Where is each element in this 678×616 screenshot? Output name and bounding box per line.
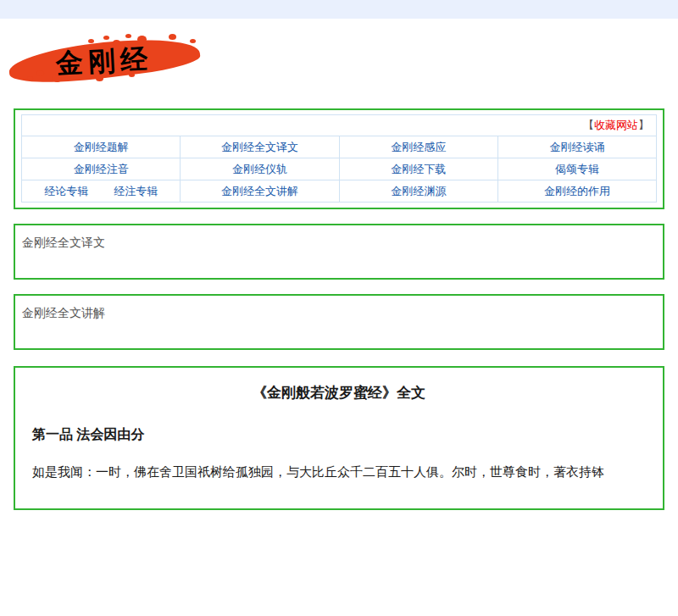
nav-link[interactable]: 金刚经渊源: [391, 185, 446, 197]
section-explanation: 金刚经全文讲解: [14, 294, 664, 350]
favorite-label: 收藏网站: [594, 119, 638, 131]
nav-cell: 金刚经渊源: [339, 180, 497, 203]
favorite-row: 【收藏网站】: [21, 114, 657, 136]
favorite-bracket-open: 【: [583, 119, 594, 131]
nav-link[interactable]: 偈颂专辑: [555, 163, 599, 175]
article-paragraph: 如是我闻：一时，佛在舍卫国祇树给孤独园，与大比丘众千二百五十人俱。尔时，世尊食时…: [32, 461, 646, 483]
favorite-bracket-close: 】: [638, 119, 649, 131]
nav-cell: 金刚经全文讲解: [181, 180, 339, 203]
nav-cell: 金刚经仪轨: [181, 158, 339, 180]
nav-table-body: 金刚经题解金刚经全文译文金刚经感应金刚经读诵金刚经注音金刚经仪轨金刚经下载偈颂专…: [22, 136, 657, 203]
nav-link[interactable]: 金刚经全文讲解: [221, 185, 298, 197]
nav-cell: 金刚经下载: [339, 158, 497, 180]
nav-cell: 金刚经的作用: [497, 180, 656, 203]
nav-cell: 金刚经读诵: [497, 136, 656, 158]
nav-cell: 金刚经感应: [339, 136, 497, 158]
site-logo[interactable]: 金刚经: [7, 32, 210, 85]
nav-link[interactable]: 金刚经注音: [74, 163, 129, 175]
nav-link[interactable]: 金刚经感应: [391, 141, 446, 153]
nav-table: 金刚经题解金刚经全文译文金刚经感应金刚经读诵金刚经注音金刚经仪轨金刚经下载偈颂专…: [21, 136, 657, 203]
nav-link[interactable]: 金刚经题解: [74, 141, 129, 153]
nav-cell: 偈颂专辑: [497, 158, 656, 180]
nav-link[interactable]: 经注专辑: [114, 185, 158, 197]
nav-cell: 金刚经题解: [22, 136, 181, 158]
article-title: 《金刚般若波罗蜜经》全文: [32, 380, 646, 408]
nav-cell: 金刚经全文译文: [181, 136, 339, 158]
nav-link[interactable]: 金刚经仪轨: [232, 163, 287, 175]
nav-cell: 金刚经注音: [22, 158, 181, 180]
nav-row: 经论专辑经注专辑金刚经全文讲解金刚经渊源金刚经的作用: [22, 180, 657, 203]
nav-link[interactable]: 经论专辑: [44, 185, 88, 197]
top-banner: [0, 0, 678, 19]
nav-link[interactable]: 金刚经下载: [391, 163, 446, 175]
nav-panel: 【收藏网站】 金刚经题解金刚经全文译文金刚经感应金刚经读诵金刚经注音金刚经仪轨金…: [14, 108, 664, 209]
nav-link[interactable]: 金刚经的作用: [544, 185, 610, 197]
section-translation: 金刚经全文译文: [14, 224, 664, 280]
nav-link[interactable]: 金刚经全文译文: [221, 141, 298, 153]
nav-cell: 经论专辑经注专辑: [22, 180, 181, 203]
favorite-link[interactable]: 【收藏网站】: [583, 119, 649, 131]
article-panel: 《金刚般若波罗蜜经》全文 第一品 法会因由分 如是我闻：一时，佛在舍卫国祇树给孤…: [14, 366, 664, 510]
logo-text: 金刚经: [55, 41, 153, 83]
brush-splatter-graphic: [88, 39, 94, 43]
nav-link[interactable]: 金刚经读诵: [549, 141, 604, 153]
section-title: 金刚经全文讲解: [15, 296, 663, 333]
section-title: 金刚经全文译文: [15, 225, 663, 263]
chapter-heading: 第一品 法会因由分: [32, 426, 646, 444]
nav-row: 金刚经注音金刚经仪轨金刚经下载偈颂专辑: [22, 158, 657, 180]
nav-row: 金刚经题解金刚经全文译文金刚经感应金刚经读诵: [22, 136, 657, 158]
